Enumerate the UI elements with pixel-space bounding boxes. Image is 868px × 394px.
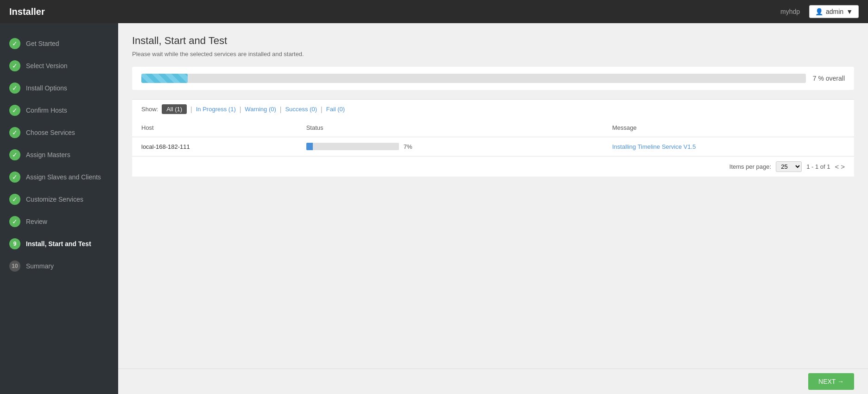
host-cell: local-168-182-111 [132, 137, 297, 156]
show-label: Show: [141, 106, 158, 113]
sidebar-item-choose-services[interactable]: ✓Choose Services [0, 121, 118, 144]
col-host: Host [132, 119, 297, 137]
sidebar-item-confirm-hosts[interactable]: ✓Confirm Hosts [0, 99, 118, 121]
sidebar-item-label: Get Started [26, 40, 59, 47]
sidebar-item-install-start-test[interactable]: 9Install, Start and Test [0, 233, 118, 255]
success-filter-link[interactable]: Success (0) [285, 106, 317, 113]
sidebar-item-select-version[interactable]: ✓Select Version [0, 55, 118, 77]
step-check-icon: ✓ [9, 127, 20, 138]
page-title: Install, Start and Test [132, 35, 854, 47]
next-button[interactable]: NEXT → [808, 373, 854, 390]
prev-page-button[interactable]: < [835, 163, 839, 171]
sidebar-item-assign-slaves[interactable]: ✓Assign Slaves and Clients [0, 166, 118, 188]
step-check-icon: ✓ [9, 216, 20, 227]
message-link[interactable]: Installing Timeline Service V1.5 [612, 143, 696, 150]
overall-progress-label: 7 % overall [813, 75, 845, 82]
sep-3: | [280, 106, 282, 113]
page-subtitle: Please wait while the selected services … [132, 51, 854, 57]
items-per-page-label: Items per page: [729, 163, 771, 170]
pagination-nav: < > [835, 163, 845, 171]
overall-progress-bar-inner [141, 74, 188, 83]
sidebar-item-label: Select Version [26, 62, 68, 70]
message-cell: Installing Timeline Service V1.5 [603, 137, 854, 156]
sidebar-item-label: Confirm Hosts [26, 107, 67, 114]
sidebar-item-label: Review [26, 218, 47, 225]
user-icon: 👤 [815, 8, 823, 15]
app-title: Installer [9, 6, 45, 17]
step-check-icon: ✓ [9, 38, 20, 49]
content-area: Install, Start and Test Please wait whil… [118, 23, 868, 394]
all-filter-button[interactable]: All (1) [162, 104, 187, 114]
table-row: local-168-182-111 7% Installing Timeline… [132, 137, 854, 156]
step-check-icon: ✓ [9, 60, 20, 71]
admin-menu-button[interactable]: 👤 admin ▼ [809, 5, 859, 18]
overall-progress-bar-outer [141, 74, 806, 83]
chevron-down-icon: ▼ [846, 8, 853, 15]
sidebar-item-label: Customize Services [26, 196, 83, 203]
content-inner: Install, Start and Test Please wait whil… [118, 23, 868, 369]
host-pct-label: 7% [404, 143, 412, 150]
sidebar-item-install-options[interactable]: ✓Install Options [0, 77, 118, 99]
table-header-row: Host Status Message [132, 119, 854, 137]
host-progress-bar-inner [306, 143, 313, 150]
myhdp-label: myhdp [780, 8, 800, 15]
step-check-icon: ✓ [9, 83, 20, 94]
col-status: Status [297, 119, 603, 137]
fail-filter-link[interactable]: Fail (0) [326, 106, 345, 113]
sidebar-item-label: Install, Start and Test [26, 240, 91, 248]
status-cell: 7% [297, 137, 603, 156]
admin-label: admin [826, 8, 843, 15]
sidebar-item-label: Assign Slaves and Clients [26, 173, 101, 181]
step-number: 9 [9, 238, 20, 249]
sidebar-item-label: Install Options [26, 84, 67, 92]
sidebar-item-get-started[interactable]: ✓Get Started [0, 32, 118, 55]
col-message: Message [603, 119, 854, 137]
bottom-bar: NEXT → [118, 369, 868, 394]
warning-filter-link[interactable]: Warning (0) [245, 106, 276, 113]
overall-progress-row: 7 % overall [132, 67, 854, 90]
sep-2: | [240, 106, 241, 113]
main-layout: ✓Get Started✓Select Version✓Install Opti… [0, 23, 868, 394]
table-wrapper: Show: All (1) | In Progress (1) | Warnin… [132, 99, 854, 177]
step-check-icon: ✓ [9, 105, 20, 116]
step-check-icon: ✓ [9, 194, 20, 205]
sidebar-item-label: Choose Services [26, 129, 75, 136]
sidebar-item-label: Assign Masters [26, 151, 70, 159]
sidebar: ✓Get Started✓Select Version✓Install Opti… [0, 23, 118, 394]
header: Installer myhdp 👤 admin ▼ [0, 0, 868, 23]
sep-1: | [190, 106, 192, 113]
next-page-button[interactable]: > [841, 163, 845, 171]
hosts-table: Host Status Message local-168-182-111 7%… [132, 119, 854, 156]
in-progress-filter-link[interactable]: In Progress (1) [196, 106, 236, 113]
sidebar-item-label: Summary [26, 262, 54, 270]
host-progress-bar-outer [306, 143, 399, 150]
step-check-icon: ✓ [9, 149, 20, 160]
sidebar-item-review[interactable]: ✓Review [0, 210, 118, 233]
sidebar-item-assign-masters[interactable]: ✓Assign Masters [0, 144, 118, 166]
sidebar-item-summary[interactable]: 10Summary [0, 255, 118, 277]
pagination-row: Items per page: 25 50 100 1 - 1 of 1 < > [132, 156, 854, 177]
pagination-range: 1 - 1 of 1 [806, 163, 830, 170]
sep-4: | [321, 106, 323, 113]
step-number: 10 [9, 261, 20, 272]
sidebar-item-customize-services[interactable]: ✓Customize Services [0, 188, 118, 210]
step-check-icon: ✓ [9, 172, 20, 183]
header-right: myhdp 👤 admin ▼ [780, 5, 859, 18]
filter-row: Show: All (1) | In Progress (1) | Warnin… [132, 99, 854, 119]
host-progress-wrap: 7% [306, 143, 594, 150]
items-per-page-select[interactable]: 25 50 100 [776, 161, 802, 172]
